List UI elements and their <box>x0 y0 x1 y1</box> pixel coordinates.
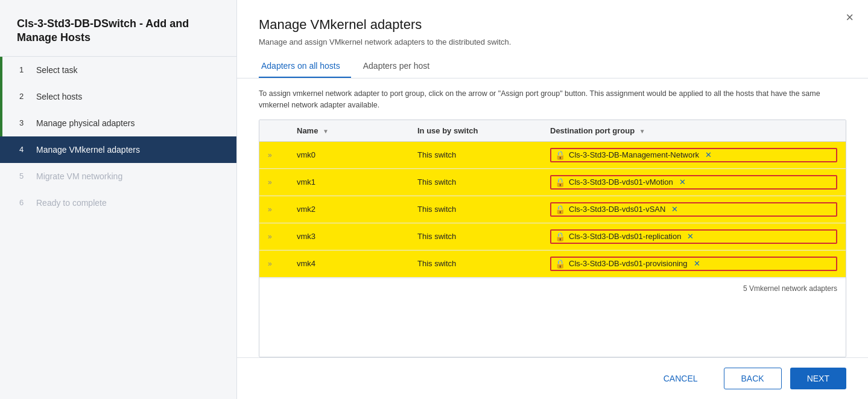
sidebar-step-2[interactable]: 2Select hosts <box>0 83 236 110</box>
table-row[interactable]: » vmk3 This switch 🔒 Cls-3-Std3-DB-vds01… <box>259 223 846 250</box>
sidebar: Cls-3-Std3-DB-DSwitch - Add and Manage H… <box>0 0 237 399</box>
step-label-4: Manage VMkernel adapters <box>36 145 140 155</box>
col-expand <box>259 120 288 142</box>
expand-icon-4: » <box>268 260 272 268</box>
main-body: To assign vmkernel network adapter to po… <box>237 78 868 357</box>
tabs: Adapters on all hostsAdapters per host <box>259 55 846 78</box>
expand-icon-3: » <box>268 232 272 241</box>
sidebar-steps: 1Select task2Select hosts3Manage physica… <box>0 57 236 216</box>
step-label-2: Select hosts <box>36 92 82 101</box>
sidebar-step-4[interactable]: 4Manage VMkernel adapters <box>0 136 236 163</box>
dialog: Cls-3-Std3-DB-DSwitch - Add and Manage H… <box>0 0 868 399</box>
close-button[interactable]: × <box>846 11 854 24</box>
sidebar-step-6: 6Ready to complete <box>0 190 236 216</box>
portgroup-icon-0: 🔒 <box>555 150 565 160</box>
portgroup-name-0: Cls-3-Std3-DB-Management-Network <box>569 150 699 159</box>
back-button[interactable]: BACK <box>724 368 782 389</box>
info-text: To assign vmkernel network adapter to po… <box>259 88 846 111</box>
cancel-button[interactable]: CANCEL <box>646 368 715 389</box>
col-dest-header[interactable]: Destination port group ▼ <box>542 120 846 142</box>
step-label-5: Migrate VM networking <box>36 171 122 181</box>
inuse-cell-4: This switch <box>409 250 542 277</box>
step-label-6: Ready to complete <box>36 198 107 208</box>
col-inuse-header: In use by switch <box>409 120 542 142</box>
sidebar-step-1[interactable]: 1Select task <box>0 57 236 83</box>
sidebar-step-3[interactable]: 3Manage physical adapters <box>0 110 236 136</box>
step-num-2: 2 <box>19 92 29 101</box>
next-button[interactable]: NEXT <box>790 368 846 389</box>
inuse-cell-2: This switch <box>409 196 542 223</box>
name-cell-4: vmk4 <box>288 250 409 277</box>
step-label-1: Select task <box>36 65 77 75</box>
portgroup-remove-2[interactable]: ✕ <box>671 205 678 214</box>
step-label-3: Manage physical adapters <box>36 118 135 128</box>
portgroup-name-4: Cls-3-Std3-DB-vds01-provisioning <box>569 259 688 268</box>
expand-cell-0[interactable]: » <box>259 141 288 168</box>
expand-cell-2[interactable]: » <box>259 196 288 223</box>
expand-cell-3[interactable]: » <box>259 223 288 250</box>
portgroup-icon-1: 🔒 <box>555 177 565 187</box>
inuse-cell-3: This switch <box>409 223 542 250</box>
expand-cell-1[interactable]: » <box>259 168 288 196</box>
step-num-1: 1 <box>19 65 29 74</box>
table-body: » vmk0 This switch 🔒 Cls-3-Std3-DB-Manag… <box>259 141 846 277</box>
step-num-3: 3 <box>19 118 29 127</box>
portgroup-remove-3[interactable]: ✕ <box>687 232 694 241</box>
dest-sort-icon: ▼ <box>639 128 645 135</box>
portgroup-remove-4[interactable]: ✕ <box>694 259 700 268</box>
table-row[interactable]: » vmk1 This switch 🔒 Cls-3-Std3-DB-vds01… <box>259 168 846 196</box>
tab-all-hosts[interactable]: Adapters on all hosts <box>259 55 351 78</box>
table-footer: 5 Vmkernel network adapters <box>259 278 846 299</box>
portgroup-icon-2: 🔒 <box>555 205 565 214</box>
main-header: Manage VMkernel adapters Manage and assi… <box>237 0 868 78</box>
expand-icon-0: » <box>268 151 272 159</box>
portgroup-name-2: Cls-3-Std3-DB-vds01-vSAN <box>569 205 665 214</box>
sidebar-step-5: 5Migrate VM networking <box>0 163 236 190</box>
portgroup-name-1: Cls-3-Std3-DB-vds01-vMotion <box>569 177 673 187</box>
name-sort-icon: ▼ <box>323 128 329 135</box>
dialog-footer: CANCEL BACK NEXT <box>237 357 868 399</box>
col-name-header[interactable]: Name ▼ <box>288 120 409 142</box>
expand-icon-2: » <box>268 205 272 214</box>
table-header: Name ▼ In use by switch Destination port… <box>259 120 846 142</box>
portgroup-remove-1[interactable]: ✕ <box>679 177 686 187</box>
main-content: Manage VMkernel adapters Manage and assi… <box>237 0 868 399</box>
page-subtitle: Manage and assign VMkernel network adapt… <box>259 37 846 46</box>
portgroup-icon-3: 🔒 <box>555 232 565 241</box>
page-title: Manage VMkernel adapters <box>259 17 846 33</box>
step-num-4: 4 <box>19 145 29 154</box>
table-row[interactable]: » vmk2 This switch 🔒 Cls-3-Std3-DB-vds01… <box>259 196 846 223</box>
expand-cell-4[interactable]: » <box>259 250 288 277</box>
name-cell-1: vmk1 <box>288 168 409 196</box>
table-row[interactable]: » vmk0 This switch 🔒 Cls-3-Std3-DB-Manag… <box>259 141 846 168</box>
inuse-cell-0: This switch <box>409 141 542 168</box>
step-num-5: 5 <box>19 171 29 180</box>
adapters-table: Name ▼ In use by switch Destination port… <box>259 120 846 278</box>
expand-icon-1: » <box>268 178 272 187</box>
name-cell-3: vmk3 <box>288 223 409 250</box>
name-cell-0: vmk0 <box>288 141 409 168</box>
name-cell-2: vmk2 <box>288 196 409 223</box>
inuse-cell-1: This switch <box>409 168 542 196</box>
portgroup-cell-3: 🔒 Cls-3-Std3-DB-vds01-replication ✕ <box>542 223 846 250</box>
portgroup-cell-0: 🔒 Cls-3-Std3-DB-Management-Network ✕ <box>542 141 846 168</box>
sidebar-title: Cls-3-Std3-DB-DSwitch - Add and Manage H… <box>0 0 236 57</box>
portgroup-cell-1: 🔒 Cls-3-Std3-DB-vds01-vMotion ✕ <box>542 168 846 196</box>
portgroup-cell-4: 🔒 Cls-3-Std3-DB-vds01-provisioning ✕ <box>542 250 846 277</box>
tab-per-host[interactable]: Adapters per host <box>361 55 441 78</box>
portgroup-remove-0[interactable]: ✕ <box>705 150 712 159</box>
step-num-6: 6 <box>19 198 29 207</box>
portgroup-cell-2: 🔒 Cls-3-Std3-DB-vds01-vSAN ✕ <box>542 196 846 223</box>
portgroup-icon-4: 🔒 <box>555 259 565 269</box>
table-row[interactable]: » vmk4 This switch 🔒 Cls-3-Std3-DB-vds01… <box>259 250 846 277</box>
portgroup-name-3: Cls-3-Std3-DB-vds01-replication <box>569 232 681 241</box>
adapters-table-wrapper: Name ▼ In use by switch Destination port… <box>259 120 846 358</box>
